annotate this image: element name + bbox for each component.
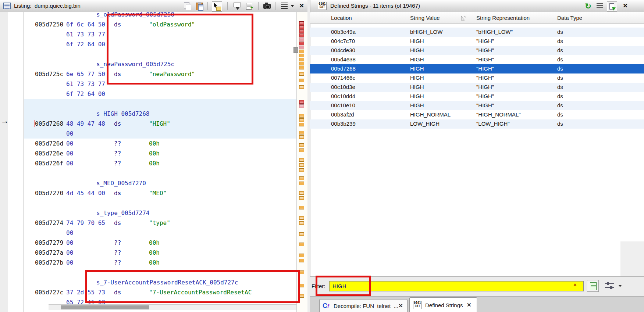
nav-marker[interactable]	[299, 216, 304, 220]
nav-marker[interactable]	[299, 221, 304, 225]
listing-line[interactable]: s_oldPassword_005d7250	[24, 12, 296, 19]
nav-marker[interactable]	[299, 79, 304, 82]
horizontal-scrollbar[interactable]	[49, 304, 296, 310]
listing-line[interactable]	[24, 49, 296, 59]
listing-panel-header[interactable]: Listing: dump.quicc.big.bin + ×	[0, 0, 307, 12]
nav-marker[interactable]	[299, 118, 304, 122]
table-row[interactable]: 004cde30HIGH"HIGH"ds	[310, 46, 644, 55]
nav-marker[interactable]	[299, 191, 304, 195]
scroll-indicator[interactable]	[293, 47, 298, 53]
nav-marker[interactable]	[299, 163, 304, 167]
listing-line[interactable]	[24, 198, 296, 208]
table-row[interactable]: 00b3af2dHIGH_NORMAL"HIGH_NORMAL"ds	[310, 110, 644, 119]
nav-marker[interactable]	[299, 232, 304, 236]
nav-marker[interactable]	[299, 168, 304, 172]
table-row[interactable]: 00c10d3eHIGH"HIGH"ds	[310, 83, 644, 92]
nav-marker[interactable]	[299, 25, 304, 29]
nav-marker[interactable]	[299, 270, 304, 274]
table-row[interactable]: 0071466cHIGH"HIGH"ds	[310, 73, 644, 83]
nav-marker[interactable]	[299, 196, 304, 200]
listing-line[interactable]: 61 73 73 77	[24, 79, 296, 89]
camera-icon[interactable]	[263, 1, 272, 11]
table-row[interactable]: 004c7c70HIGH"HIGH"ds	[310, 37, 644, 46]
column-header-string-value[interactable]: String Value	[410, 15, 440, 21]
nav-marker[interactable]	[299, 158, 304, 162]
nav-marker[interactable]	[299, 284, 304, 287]
table-row[interactable]: 00b3b239LOW_HIGH"LOW_HIGH"ds	[310, 119, 644, 129]
listing-line[interactable]: 00	[24, 228, 296, 238]
defined-strings-close-icon[interactable]: ×	[623, 1, 627, 10]
table-row[interactable]: 005d7268HIGH"HIGH"ds	[310, 64, 644, 73]
nav-marker[interactable]	[299, 294, 304, 298]
tab-decompile[interactable]: Cf Decompile: FUN_telnet_... ✕	[319, 299, 408, 312]
listing-line[interactable]: 005d72506f 6c 64 50ds"oldPassword"	[24, 19, 296, 29]
filter-input[interactable]: HIGH	[329, 281, 584, 291]
table-edit-icon[interactable]: +	[245, 1, 255, 11]
column-header-location[interactable]: Location	[331, 15, 352, 21]
nav-marker[interactable]	[299, 131, 304, 135]
navigation-marker-margin[interactable]	[296, 12, 307, 312]
list-menu-icon[interactable]	[280, 1, 289, 11]
nav-marker[interactable]	[299, 42, 304, 45]
defined-strings-header[interactable]: 0101DAT Defined Strings - 11 items (of 1…	[310, 0, 644, 12]
filter-clear-icon[interactable]: ×	[573, 281, 577, 288]
listing-code-view[interactable]: s_oldPassword_005d7250005d72506f 6c 64 5…	[24, 12, 296, 312]
listing-line[interactable]: s_type_005d7274	[24, 208, 296, 218]
nav-marker[interactable]	[299, 33, 304, 37]
nav-marker[interactable]	[299, 66, 304, 69]
column-header-string-representation[interactable]: String Representation	[476, 15, 530, 21]
copy-icon[interactable]	[183, 1, 192, 11]
listing-line[interactable]: 00	[24, 129, 296, 139]
column-header-data-type[interactable]: Data Type	[557, 15, 582, 21]
menu-icon[interactable]	[595, 1, 605, 11]
nav-marker[interactable]	[299, 21, 304, 25]
table-row[interactable]: 005d4e38HIGH"HIGH"ds	[310, 55, 644, 64]
nav-marker[interactable]	[299, 243, 304, 246]
nav-marker[interactable]	[299, 176, 304, 180]
tab-close-icon[interactable]: ✕	[467, 302, 472, 308]
listing-line[interactable]: 61 73 73 77	[24, 29, 296, 39]
nav-marker[interactable]	[299, 100, 304, 104]
horizontal-scrollbar-thumb[interactable]	[61, 305, 149, 309]
nav-marker[interactable]	[299, 206, 304, 209]
listing-line[interactable]: 005d72704d 45 44 00ds"MED"	[24, 188, 296, 198]
listing-line[interactable]	[24, 268, 296, 277]
nav-marker[interactable]	[299, 104, 304, 108]
nav-marker[interactable]	[299, 58, 304, 61]
nav-marker[interactable]	[299, 254, 304, 257]
nav-marker[interactable]	[299, 37, 304, 41]
snapshot-icon[interactable]	[607, 1, 617, 12]
listing-line[interactable]: 005d727900??00h	[24, 238, 296, 248]
filter-settings-icon[interactable]	[605, 282, 615, 290]
nav-marker[interactable]	[299, 143, 304, 147]
listing-line[interactable]: 005d726f00??00h	[24, 158, 296, 168]
listing-line[interactable]: s_newPassword_005d725c	[24, 59, 296, 69]
nav-marker[interactable]	[299, 50, 304, 53]
listing-line[interactable]: 005d727474 79 70 65ds"type"	[24, 218, 296, 228]
paste-icon[interactable]	[195, 1, 204, 11]
listing-line[interactable]: 005d726e00??00h	[24, 148, 296, 158]
listing-line[interactable]: 005d727c37 2d 55 73ds"7-UserAccountPassw…	[24, 287, 296, 297]
tab-defined-strings[interactable]: 0101DAT Defined Strings ✕	[409, 297, 477, 312]
listing-line[interactable]	[24, 168, 296, 178]
listing-line[interactable]: 6f 72 64 00	[24, 89, 296, 99]
listing-line[interactable]: 6f 72 64 00	[24, 39, 296, 49]
nav-marker[interactable]	[299, 182, 304, 185]
listing-line[interactable]: s_HIGH_005d7268	[24, 109, 296, 119]
nav-marker[interactable]	[299, 85, 304, 89]
listing-close-icon[interactable]: ×	[299, 1, 304, 10]
listing-line[interactable]: 005d727b00??00h	[24, 258, 296, 268]
listing-line[interactable]: 005d726848 49 47 48ds"HIGH"	[24, 119, 296, 129]
table-row[interactable]: 00c10dd4HIGH"HIGH"ds	[310, 92, 644, 101]
nav-marker[interactable]	[299, 135, 304, 139]
nav-marker[interactable]	[299, 259, 304, 262]
listing-line[interactable]	[24, 99, 296, 109]
chevron-down-icon[interactable]	[291, 5, 294, 7]
table-row[interactable]: 00b3e49abHIGH_LOW"bHIGH_LOW"ds	[310, 28, 644, 37]
nav-marker[interactable]	[299, 114, 304, 118]
listing-line[interactable]: s_7-UserAccountPasswordResetACK_005d727c	[24, 277, 296, 287]
column-filter-icon[interactable]	[587, 280, 599, 292]
listing-line[interactable]: 005d725c6e 65 77 50ds"newPassword"	[24, 69, 296, 79]
nav-marker[interactable]	[299, 46, 304, 49]
nav-marker[interactable]	[299, 148, 304, 152]
